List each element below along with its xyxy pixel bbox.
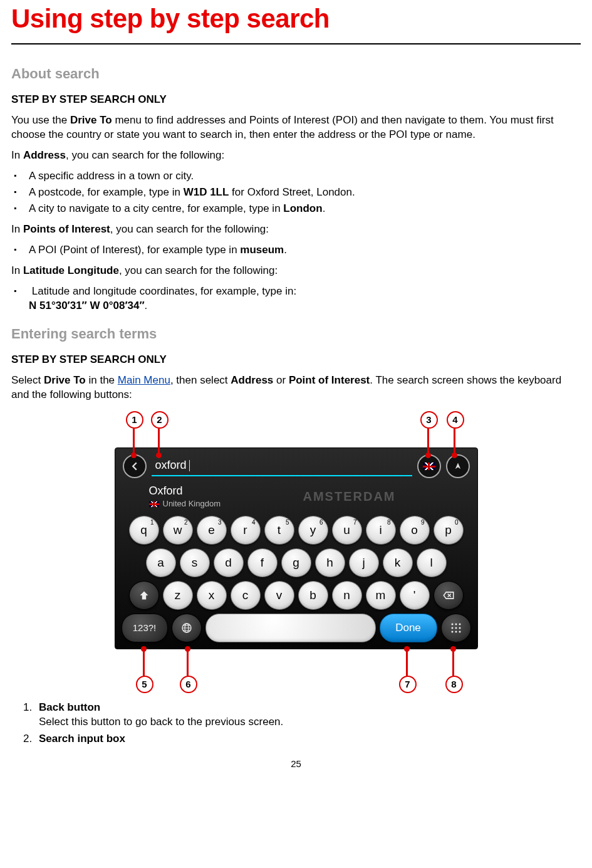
callout-1-title: Back button <box>39 701 100 713</box>
callout-pin-6: 6 <box>180 676 197 693</box>
svg-point-3 <box>455 623 457 625</box>
entering-subheading: STEP BY STEP SEARCH ONLY <box>11 353 581 367</box>
callout-pin-8: 8 <box>445 676 463 693</box>
svg-point-5 <box>451 627 453 629</box>
shift-key[interactable] <box>129 581 159 610</box>
callout-pin-1: 1 <box>126 411 143 429</box>
done-key[interactable]: Done <box>380 614 437 642</box>
shift-icon <box>139 590 149 600</box>
key-m[interactable]: m <box>366 581 396 610</box>
keyboard-diagram: 1 2 3 4 oxford Oxford United Kingdom <box>115 411 478 693</box>
callout-pin-4: 4 <box>447 411 464 429</box>
keyboard-row: zxcvbnm' <box>122 581 471 610</box>
grid-icon <box>450 622 462 634</box>
space-key[interactable] <box>205 614 376 642</box>
about-intro: You use the Drive To menu to find addres… <box>11 113 581 142</box>
latlon-lead: In Latitude Longitude, you can search fo… <box>11 264 581 278</box>
key-j[interactable]: j <box>349 548 379 577</box>
search-input-text: oxford <box>155 458 187 473</box>
svg-point-2 <box>451 623 453 625</box>
search-suggestion[interactable]: Oxford United Kingdom <box>122 482 471 516</box>
latlon-list: Latitude and longitude coordinates, for … <box>11 285 581 313</box>
key-x[interactable]: x <box>197 581 227 610</box>
key-y[interactable]: y6 <box>298 516 328 545</box>
keyboard-row: asdfghjkl <box>122 548 471 577</box>
list-item: A city to navigate to a city centre, for… <box>29 202 581 216</box>
key-v[interactable]: v <box>264 581 294 610</box>
keyboard-row: q1w2e3r4t5y6u7i8o9p0 <box>122 516 471 545</box>
section-entering-heading: Entering search terms <box>11 325 581 343</box>
svg-point-9 <box>455 630 457 632</box>
callout-1-desc: Select this button to go back to the pre… <box>39 716 283 728</box>
svg-point-10 <box>459 630 460 632</box>
callout-pin-2: 2 <box>151 411 169 429</box>
list-item: A POI (Point of Interest), for example t… <box>29 243 581 258</box>
chevron-left-icon <box>130 462 139 471</box>
key-n[interactable]: n <box>332 581 362 610</box>
key-a[interactable]: a <box>146 548 176 577</box>
list-item: Latitude and longitude coordinates, for … <box>29 285 581 313</box>
globe-icon <box>180 622 193 634</box>
search-input[interactable]: oxford <box>152 456 412 476</box>
mode-key[interactable]: 123?! <box>122 614 168 642</box>
key-u[interactable]: u7 <box>332 516 362 545</box>
key-i[interactable]: i8 <box>366 516 396 545</box>
arrow-icon <box>454 462 462 471</box>
callout-2-title: Search input box <box>39 733 125 745</box>
about-subheading: STEP BY STEP SEARCH ONLY <box>11 93 581 107</box>
backspace-key[interactable] <box>434 581 464 610</box>
keyboard-layout-key[interactable] <box>441 614 471 642</box>
list-item: A specific address in a town or city. <box>29 169 581 184</box>
key-s[interactable]: s <box>180 548 210 577</box>
address-lead: In Address, you can search for the follo… <box>11 149 581 163</box>
callout-pin-5: 5 <box>136 676 153 693</box>
callout-pin-7: 7 <box>399 676 417 693</box>
svg-point-6 <box>455 627 457 629</box>
key-apostrophe[interactable]: ' <box>400 581 430 610</box>
key-q[interactable]: q1 <box>129 516 159 545</box>
key-z[interactable]: z <box>163 581 193 610</box>
entering-intro: Select Drive To in the Main Menu, then s… <box>11 374 581 402</box>
title-rule <box>11 43 581 44</box>
key-r[interactable]: r4 <box>231 516 261 545</box>
svg-point-7 <box>459 627 460 629</box>
key-e[interactable]: e3 <box>197 516 227 545</box>
callout-item: Back button Select this button to go bac… <box>35 701 581 729</box>
callout-item: Search input box <box>35 732 581 746</box>
svg-point-4 <box>459 623 460 625</box>
svg-point-8 <box>451 630 453 632</box>
address-list: A specific address in a town or city. A … <box>11 169 581 216</box>
poi-list: A POI (Point of Interest), for example t… <box>11 243 581 258</box>
key-f[interactable]: f <box>247 548 278 577</box>
key-w[interactable]: w2 <box>163 516 193 545</box>
callout-legend: Back button Select this button to go bac… <box>11 701 581 746</box>
page-title: Using step by step search <box>11 1 581 37</box>
uk-flag-icon <box>423 463 435 470</box>
page-number: 25 <box>11 758 581 770</box>
key-b[interactable]: b <box>298 581 328 610</box>
main-menu-link[interactable]: Main Menu <box>118 374 170 386</box>
poi-lead: In Points of Interest, you can search fo… <box>11 222 581 237</box>
key-k[interactable]: k <box>383 548 413 577</box>
uk-flag-icon <box>149 501 159 507</box>
section-about-heading: About search <box>11 65 581 83</box>
list-item: A postcode, for example, type in W1D 1LL… <box>29 186 581 200</box>
key-l[interactable]: l <box>417 548 447 577</box>
key-g[interactable]: g <box>281 548 311 577</box>
key-c[interactable]: c <box>231 581 261 610</box>
keyboard-row: 123?! Done <box>122 614 471 642</box>
key-d[interactable]: d <box>214 548 244 577</box>
key-o[interactable]: o9 <box>400 516 430 545</box>
map-watermark: AMSTERDAM <box>303 488 396 505</box>
callout-pin-3: 3 <box>420 411 438 429</box>
globe-key[interactable] <box>172 614 202 642</box>
map-view-button[interactable] <box>446 454 470 478</box>
key-h[interactable]: h <box>315 548 345 577</box>
backspace-icon <box>443 591 454 600</box>
key-t[interactable]: t5 <box>264 516 294 545</box>
key-p[interactable]: p0 <box>434 516 464 545</box>
